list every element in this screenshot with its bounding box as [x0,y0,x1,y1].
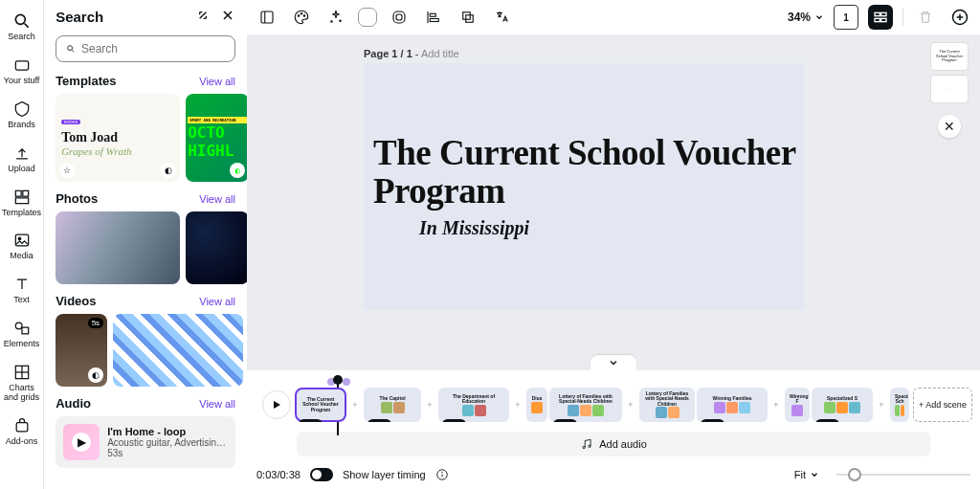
page-label-add-title: Add title [421,48,459,59]
close-thumbnails-button[interactable]: ✕ [938,115,961,138]
scene-clip[interactable]: Specialized Sch [890,388,909,422]
trash-icon[interactable] [913,5,938,30]
play-icon[interactable]: ▶ [72,433,91,452]
search-bar[interactable] [56,35,235,62]
playhead-time: 0:03/0:38 [256,469,301,480]
palette-icon[interactable] [289,5,314,30]
photos-view-all[interactable]: View all [199,193,235,205]
slide-subtitle[interactable]: In Mississippi [373,217,804,239]
rail-label: Your stuff [4,77,40,86]
align-icon[interactable] [421,5,446,30]
template-thumb[interactable]: SPORT AND RECREATION OCTO HIGHL ◐ [186,94,247,182]
duplicate-icon[interactable] [456,5,480,30]
add-page-icon[interactable] [947,5,972,30]
slide-thumbnail-strip: The Current School Voucher Program • ✕ [930,42,969,138]
rail-brands[interactable]: Brands [6,94,37,136]
scene-clip[interactable]: Winning F [785,388,810,422]
search-input[interactable] [81,42,225,56]
templates-view-all[interactable]: View all [199,76,235,87]
scene-clip[interactable]: The Capitol [364,388,421,422]
rail-templates[interactable]: Templates [0,182,43,224]
add-between-icon[interactable]: + [771,400,781,410]
templates-title: Templates [56,74,116,88]
add-between-icon[interactable]: + [350,400,360,410]
svg-rect-3 [15,190,21,196]
videos-title: Videos [56,294,96,308]
translate-icon[interactable] [490,5,515,30]
zoom-select[interactable]: 34% [788,11,824,24]
svg-rect-28 [430,13,435,16]
add-between-icon[interactable]: + [626,400,635,410]
upload-icon [12,144,32,163]
chevron-down-icon [810,470,819,479]
scene-clip[interactable]: Disa [526,388,547,422]
slide-title[interactable]: The Current School Voucher Program [373,134,804,211]
template-thumb[interactable]: BOOKS Tom Joad Grapes of Wrath ☆◐ [56,94,180,182]
audio-view-all[interactable]: View all [199,398,235,410]
rounded-rect-outline-icon[interactable] [358,8,377,27]
close-icon[interactable] [220,8,235,26]
video-thumb[interactable]: 5s ◐ [56,314,107,387]
video-thumb[interactable] [113,314,243,387]
scene-duration: 4.7s [368,419,391,422]
photo-thumb[interactable] [56,211,180,284]
slide[interactable]: The Current School Voucher Program In Mi… [364,63,804,310]
svg-line-17 [72,50,74,52]
add-between-icon[interactable]: + [425,400,434,410]
slide-thumbnail[interactable]: The Current School Voucher Program [930,42,969,71]
rail-media[interactable]: Media [8,225,35,267]
zoom-slider[interactable] [836,474,970,476]
svg-rect-34 [875,18,880,21]
page-label[interactable]: Page 1 / 1 - Add title [364,48,459,59]
layout-icon[interactable] [255,5,279,30]
svg-point-8 [15,322,22,329]
scene-clip[interactable]: Lottery of Families with Special-Needs C… [549,388,622,422]
rail-upload[interactable]: Upload [6,138,37,180]
slide-thumbnail[interactable]: • [930,75,969,103]
rail-charts[interactable]: Charts and grids [0,357,43,409]
rounded-rect-fill-icon[interactable] [387,5,412,30]
add-between-icon[interactable]: + [513,400,523,410]
arrange-icon[interactable] [868,5,893,30]
zoom-slider-thumb[interactable] [848,468,861,481]
template-line1: Tom Joad [61,130,174,145]
rail-elements[interactable]: Elements [2,313,42,355]
left-rail: Search Your stuff Brands Upload Template… [0,0,44,489]
sparkle-icon[interactable] [323,5,348,30]
play-button[interactable] [262,390,291,419]
page-number-icon[interactable]: 1 [834,5,858,30]
add-audio-button[interactable]: Add audio [297,432,930,456]
svg-rect-31 [466,15,474,23]
rail-your-stuff[interactable]: Your stuff [2,50,42,92]
audio-track-title: I'm Home - loop [107,426,228,437]
svg-rect-33 [881,12,886,15]
expand-timeline-handle[interactable] [590,355,636,370]
add-between-icon[interactable]: + [877,400,886,410]
canvas[interactable]: Page 1 / 1 - Add title The Current Schoo… [247,34,980,370]
fit-select[interactable]: Fit [794,469,819,480]
rail-label: Templates [2,209,41,218]
scene-duration: 7.4s [815,419,839,422]
videos-view-all[interactable]: View all [199,296,235,307]
expand-icon[interactable] [195,8,211,26]
audio-item[interactable]: ▶ I'm Home - loop Acoustic guitar, Adver… [56,416,235,468]
svg-point-40 [583,446,585,448]
scene-clip[interactable]: The Department of Education [438,388,509,422]
rail-text[interactable]: Text [11,269,33,311]
main-area: 34% 1 Page 1 / 1 - Add title The Current… [247,0,980,489]
rail-search[interactable]: Search [6,6,37,48]
scene-clip[interactable]: Specialized S [812,388,873,422]
canvas-toolbar: 34% 1 [247,0,980,34]
scene-clip[interactable]: Winning Families [697,388,768,422]
brand-icon [12,100,32,119]
scene-duration: 6.1s [442,419,466,422]
panel-title: Search [56,9,103,25]
info-icon[interactable] [435,468,449,481]
scene-clip[interactable]: Lottery of Families with Special-Needs C… [639,388,695,422]
template2-line2: HIGHL [188,142,247,160]
scene-clip[interactable]: The Current School Voucher Program [295,388,346,422]
add-scene-button[interactable]: + Add scene [913,388,972,422]
rail-addons[interactable]: Add-ons [4,411,40,453]
photo-thumb[interactable] [186,211,247,284]
layer-timing-toggle[interactable] [310,468,333,481]
